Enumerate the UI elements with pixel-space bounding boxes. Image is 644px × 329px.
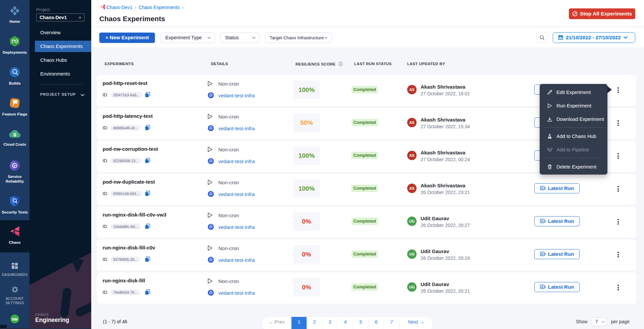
svg-text:$: $ [13,132,16,137]
svg-text:NM: NM [12,317,17,321]
